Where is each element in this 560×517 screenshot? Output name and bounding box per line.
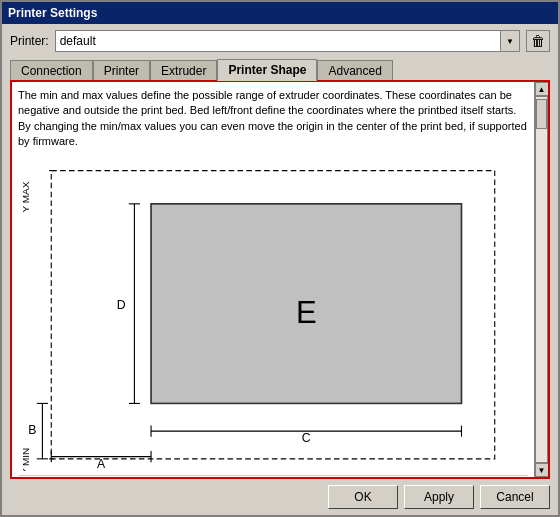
description-text: The min and max values define the possib… [18,88,528,150]
delete-printer-button[interactable]: 🗑 [526,30,550,52]
tab-advanced[interactable]: Advanced [317,60,392,82]
tab-connection[interactable]: Connection [10,60,93,82]
svg-text:E: E [296,294,317,329]
tab-printer-shape[interactable]: Printer Shape [217,59,317,81]
tab-extruder[interactable]: Extruder [150,60,217,82]
tabs-container: Connection Printer Extruder Printer Shap… [2,58,558,80]
printer-select[interactable]: default [55,30,520,52]
cancel-button[interactable]: Cancel [480,485,550,509]
svg-text:C: C [302,431,311,445]
vertical-scrollbar: ▲ ▼ [534,82,548,477]
legend-a: A: Bed Left [18,475,528,477]
diagram-container: Y MAX Y MIN E [18,158,528,471]
scroll-down-button[interactable]: ▼ [535,463,549,477]
svg-text:Y MIN: Y MIN [20,447,31,471]
scroll-track[interactable] [535,96,548,463]
svg-text:A: A [97,456,106,470]
bottom-bar: OK Apply Cancel [2,479,558,515]
printer-shape-diagram: Y MAX Y MIN E [18,158,528,471]
window-title: Printer Settings [8,6,552,20]
svg-text:Y MAX: Y MAX [20,181,31,212]
printer-select-wrapper: default ▼ [55,30,520,52]
content-inner: The min and max values define the possib… [12,82,548,477]
tab-printer[interactable]: Printer [93,60,150,82]
title-bar: Printer Settings [2,2,558,24]
tab-content-area: The min and max values define the possib… [10,80,550,479]
scroll-up-button[interactable]: ▲ [535,82,549,96]
main-area: The min and max values define the possib… [12,82,534,477]
apply-button[interactable]: Apply [404,485,474,509]
ok-button[interactable]: OK [328,485,398,509]
svg-text:B: B [28,423,36,437]
printer-settings-window: Printer Settings Printer: default ▼ 🗑 Co… [0,0,560,517]
svg-text:D: D [117,298,126,312]
scroll-thumb[interactable] [536,99,547,129]
printer-label: Printer: [10,34,49,48]
printer-row: Printer: default ▼ 🗑 [2,24,558,58]
